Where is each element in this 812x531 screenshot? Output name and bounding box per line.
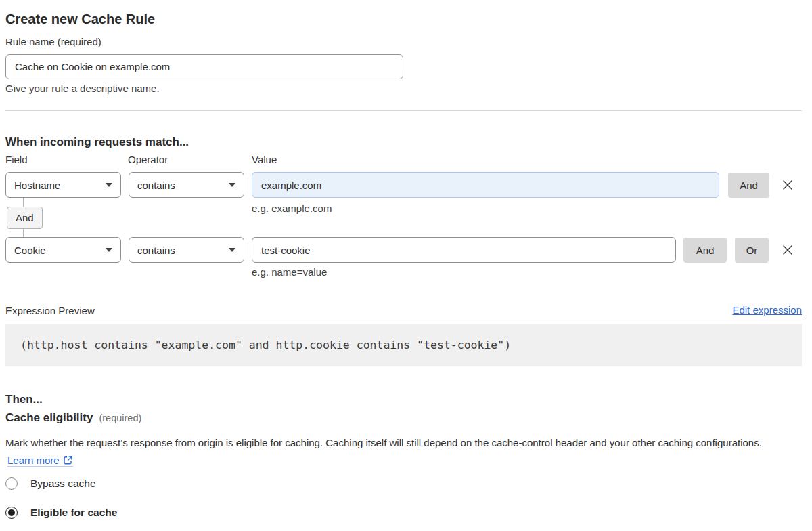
match-heading: When incoming requests match...: [5, 135, 189, 149]
cache-eligibility-title: Cache eligibility: [5, 411, 93, 425]
expression-code-block: (http.host contains "example.com" and ht…: [5, 324, 802, 366]
value-input[interactable]: [252, 172, 719, 198]
connector-line: [23, 198, 24, 207]
and-connector-button[interactable]: And: [7, 207, 43, 229]
field-select[interactable]: Hostname: [5, 172, 121, 198]
field-select-value: Cookie: [14, 245, 46, 256]
learn-more-label: Learn more: [7, 454, 60, 466]
radio-option-bypass-cache[interactable]: Bypass cache: [5, 477, 96, 490]
value-input[interactable]: [252, 237, 676, 263]
x-icon: [780, 242, 795, 257]
rule-name-input[interactable]: [5, 54, 403, 79]
section-divider: [5, 110, 802, 111]
value-hint: e.g. example.com: [252, 203, 332, 214]
expression-preview-label: Expression Preview: [5, 305, 95, 316]
operator-select[interactable]: contains: [129, 237, 244, 263]
chevron-down-icon: [106, 248, 112, 252]
column-label-operator: Operator: [128, 154, 168, 165]
cache-eligibility-description: Mark whether the request’s response from…: [5, 434, 788, 469]
cache-eligibility-header: Cache eligibility (required): [5, 411, 141, 425]
operator-select-value: contains: [137, 179, 175, 191]
or-button[interactable]: Or: [735, 238, 769, 263]
field-select[interactable]: Cookie: [5, 237, 121, 263]
remove-condition-button[interactable]: [780, 242, 795, 257]
remove-condition-button[interactable]: [780, 177, 795, 192]
connector-line: [23, 229, 24, 237]
chevron-down-icon: [229, 183, 235, 187]
column-label-value: Value: [252, 154, 277, 165]
radio-button: [5, 477, 18, 490]
radio-option-eligible-for-cache[interactable]: Eligible for cache: [5, 507, 117, 519]
chevron-down-icon: [229, 248, 235, 252]
radio-option-label: Eligible for cache: [30, 507, 117, 519]
external-link-icon: [63, 455, 73, 465]
value-hint: e.g. name=value: [252, 266, 327, 278]
and-button[interactable]: And: [683, 238, 727, 263]
expression-code: (http.host contains "example.com" and ht…: [20, 339, 511, 352]
column-label-field: Field: [5, 154, 28, 165]
required-tag: (required): [99, 412, 141, 423]
chevron-down-icon: [106, 183, 112, 187]
learn-more-link[interactable]: Learn more: [7, 454, 73, 467]
page-title: Create new Cache Rule: [5, 12, 155, 27]
operator-select-value: contains: [137, 245, 175, 256]
x-icon: [780, 177, 795, 192]
rule-name-helper: Give your rule a descriptive name.: [5, 83, 160, 94]
description-text: Mark whether the request’s response from…: [5, 437, 762, 448]
create-cache-rule-page: Create new Cache Rule Rule name (require…: [0, 0, 812, 531]
field-select-value: Hostname: [14, 179, 60, 191]
and-button[interactable]: And: [728, 173, 769, 198]
rule-name-label: Rule name (required): [5, 36, 102, 47]
then-heading: Then...: [5, 393, 43, 406]
operator-select[interactable]: contains: [129, 172, 244, 198]
radio-button: [5, 507, 18, 519]
edit-expression-link[interactable]: Edit expression: [732, 304, 802, 316]
radio-option-label: Bypass cache: [30, 477, 96, 490]
